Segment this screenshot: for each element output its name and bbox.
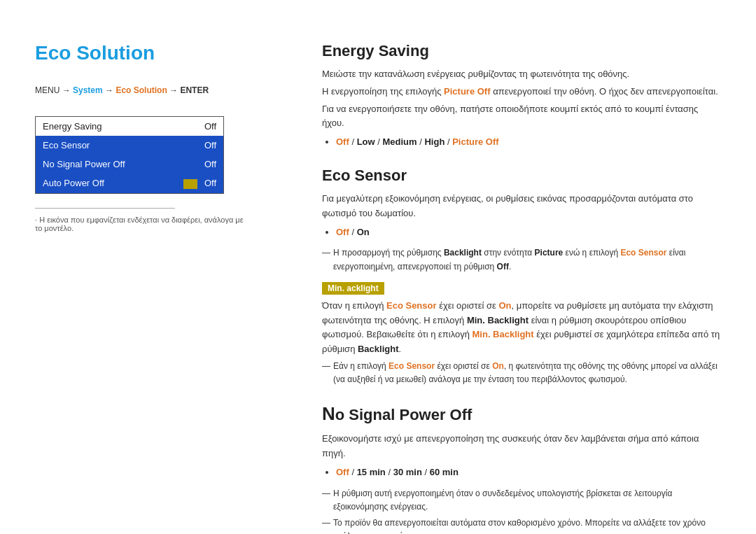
min-acklight-label: Min. acklight xyxy=(322,282,384,295)
energy-saving-title: Energy Saving xyxy=(322,42,721,60)
menu-enter: ENTER xyxy=(180,85,209,95)
energy-saving-para2: Η ενεργοποίηση της επιλογής Picture Off … xyxy=(322,85,721,99)
auto-power-slider-area: Off xyxy=(183,178,216,189)
menu-arrow1: → xyxy=(105,85,115,95)
no-signal-label: No Signal Power Off xyxy=(43,159,125,169)
min-acklight-badge: Min. acklight xyxy=(322,276,721,299)
menu-item-no-signal[interactable]: No Signal Power Off Off xyxy=(36,155,223,174)
menu-arrow2: → xyxy=(169,85,180,95)
divider xyxy=(35,208,175,209)
no-signal-bullet: Off / 15 min / 30 min / 60 min xyxy=(336,465,721,480)
no-signal-dash-note1: Η ρύθμιση αυτή ενεργοποιημένη όταν ο συν… xyxy=(322,487,721,514)
section-no-signal: No Signal Power Off Εξοικονομήστε ισχύ μ… xyxy=(322,403,721,534)
menu-path: MENU → System → Eco Solution → ENTER xyxy=(35,85,245,95)
energy-saving-value: Off xyxy=(204,121,216,132)
menu-item-energy-saving[interactable]: Energy Saving Off xyxy=(36,117,223,136)
eco-sensor-para1: Για μεγαλύτερη εξοικονόμηση ενέργειας, ο… xyxy=(322,192,721,221)
section-energy-saving: Energy Saving Μειώστε την κατανάλωση ενέ… xyxy=(322,42,721,150)
auto-power-label: Auto Power Off xyxy=(43,178,104,188)
energy-saving-bullets: Off / Low / Medium / High / Picture Off xyxy=(336,135,721,150)
energy-saving-para3: Για να ενεργοποιήσετε την οθόνη, πατήστε… xyxy=(322,102,721,132)
section-eco-sensor: Eco Sensor Για μεγαλύτερη εξοικονόμηση ε… xyxy=(322,167,721,386)
menu-item-auto-power[interactable]: Auto Power Off Off xyxy=(36,174,223,193)
left-panel: Eco Solution MENU → System → Eco Solutio… xyxy=(0,0,266,534)
energy-saving-para1: Μειώστε την κατανάλωση ενέργειας ρυθμίζο… xyxy=(322,67,721,82)
no-signal-bullets: Off / 15 min / 30 min / 60 min xyxy=(336,465,721,480)
no-signal-value: Off xyxy=(204,159,216,169)
slider-indicator xyxy=(183,179,197,189)
auto-power-value: Off xyxy=(204,178,216,188)
eco-sensor-dash-note1: Η προσαρμογή της ρύθμισης Backlight στην… xyxy=(322,246,721,273)
menu-item-eco-sensor[interactable]: Eco Sensor Off xyxy=(36,136,223,155)
menu-box: Energy Saving Off Eco Sensor Off No Sign… xyxy=(35,116,224,194)
eco-sensor-bullet: Off / On xyxy=(336,225,721,240)
no-signal-title: No Signal Power Off xyxy=(322,403,721,425)
eco-sensor-value: Off xyxy=(204,140,216,150)
eco-solution-title: Eco Solution xyxy=(35,42,245,64)
eco-sensor-label: Eco Sensor xyxy=(43,140,90,150)
footnote-text: Η εικόνα που εμφανίζεται ενδέχεται να δι… xyxy=(35,216,244,232)
right-panel-inner: Energy Saving Μειώστε την κατανάλωση ενέ… xyxy=(322,42,721,534)
menu-system: System xyxy=(73,85,103,95)
energy-saving-label: Energy Saving xyxy=(43,121,102,132)
eco-sensor-dash-note2: Εάν η επιλογή Eco Sensor έχει οριστεί σε… xyxy=(322,360,721,386)
eco-sensor-min-note: Όταν η επιλογή Eco Sensor έχει οριστεί σ… xyxy=(322,299,721,357)
menu-prefix: MENU → xyxy=(35,85,71,95)
energy-saving-bullet: Off / Low / Medium / High / Picture Off xyxy=(336,135,721,150)
eco-sensor-bullets: Off / On xyxy=(336,225,721,240)
no-signal-dash-note2: Το προϊόν θα απενεργοποιείται αυτόματα σ… xyxy=(322,517,721,534)
right-panel: Energy Saving Μειώστε την κατανάλωση ενέ… xyxy=(266,0,756,534)
menu-eco-solution: Eco Solution xyxy=(115,85,167,95)
no-signal-para1: Εξοικονομήστε ισχύ με απενεργοποίηση της… xyxy=(322,432,721,461)
eco-sensor-title: Eco Sensor xyxy=(322,167,721,185)
footnote: · Η εικόνα που εμφανίζεται ενδέχεται να … xyxy=(35,216,245,232)
